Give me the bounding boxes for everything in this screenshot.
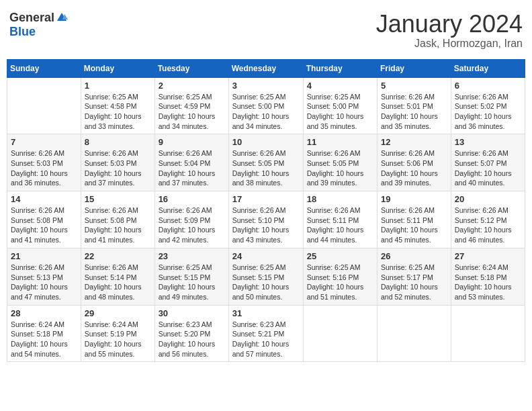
day-number: 21 (11, 251, 77, 261)
location-subtitle: Jask, Hormozgan, Iran (376, 38, 523, 50)
day-info: Sunrise: 6:25 AMSunset: 4:58 PMDaylight:… (85, 92, 151, 132)
logo-blue-text: Blue (9, 25, 36, 39)
day-number: 20 (455, 194, 521, 204)
day-info: Sunrise: 6:26 AMSunset: 5:01 PMDaylight:… (381, 92, 447, 132)
day-info: Sunrise: 6:24 AMSunset: 5:18 PMDaylight:… (11, 320, 77, 359)
day-info: Sunrise: 6:25 AMSunset: 5:00 PMDaylight:… (232, 92, 300, 132)
calendar-cell: 18Sunrise: 6:26 AMSunset: 5:11 PMDayligh… (303, 191, 377, 248)
calendar-cell: 22Sunrise: 6:26 AMSunset: 5:14 PMDayligh… (81, 248, 154, 305)
day-number: 16 (159, 194, 225, 204)
calendar-cell: 8Sunrise: 6:26 AMSunset: 5:03 PMDaylight… (81, 134, 154, 191)
day-header-thursday: Thursday (303, 59, 377, 77)
calendar-cell: 2Sunrise: 6:25 AMSunset: 4:59 PMDaylight… (154, 77, 228, 134)
calendar-week-row: 14Sunrise: 6:26 AMSunset: 5:08 PMDayligh… (7, 191, 525, 248)
title-area: January 2024 Jask, Hormozgan, Iran (376, 11, 523, 50)
logo-icon (56, 11, 68, 24)
calendar-week-row: 7Sunrise: 6:26 AMSunset: 5:03 PMDaylight… (7, 134, 525, 191)
logo-general-text: General (9, 11, 54, 25)
calendar-cell (378, 305, 451, 362)
day-info: Sunrise: 6:25 AMSunset: 5:15 PMDaylight:… (159, 263, 225, 302)
calendar-cell: 7Sunrise: 6:26 AMSunset: 5:03 PMDaylight… (7, 134, 81, 191)
calendar-cell: 21Sunrise: 6:26 AMSunset: 5:13 PMDayligh… (7, 248, 81, 305)
calendar-cell: 19Sunrise: 6:26 AMSunset: 5:11 PMDayligh… (378, 191, 451, 248)
day-info: Sunrise: 6:26 AMSunset: 5:08 PMDaylight:… (11, 205, 77, 245)
calendar-cell: 29Sunrise: 6:24 AMSunset: 5:19 PMDayligh… (81, 305, 154, 362)
day-number: 10 (232, 137, 300, 147)
calendar-cell: 16Sunrise: 6:26 AMSunset: 5:09 PMDayligh… (154, 191, 228, 248)
day-info: Sunrise: 6:26 AMSunset: 5:05 PMDaylight:… (232, 148, 300, 188)
day-info: Sunrise: 6:26 AMSunset: 5:02 PMDaylight:… (455, 92, 521, 132)
day-info: Sunrise: 6:24 AMSunset: 5:19 PMDaylight:… (85, 320, 151, 359)
calendar-cell: 14Sunrise: 6:26 AMSunset: 5:08 PMDayligh… (7, 191, 81, 248)
day-number: 5 (381, 81, 447, 91)
calendar-cell: 13Sunrise: 6:26 AMSunset: 5:07 PMDayligh… (451, 134, 525, 191)
day-number: 14 (11, 194, 77, 204)
day-info: Sunrise: 6:25 AMSunset: 4:59 PMDaylight:… (159, 92, 225, 132)
day-info: Sunrise: 6:25 AMSunset: 5:16 PMDaylight:… (307, 263, 373, 302)
calendar-cell (451, 305, 525, 362)
calendar-cell: 15Sunrise: 6:26 AMSunset: 5:08 PMDayligh… (81, 191, 154, 248)
day-info: Sunrise: 6:25 AMSunset: 5:17 PMDaylight:… (381, 263, 447, 302)
day-header-sunday: Sunday (7, 59, 81, 77)
day-number: 12 (381, 137, 447, 147)
calendar-cell: 28Sunrise: 6:24 AMSunset: 5:18 PMDayligh… (7, 305, 81, 362)
day-number: 13 (455, 137, 521, 147)
day-number: 29 (85, 308, 151, 318)
calendar-cell: 9Sunrise: 6:26 AMSunset: 5:04 PMDaylight… (154, 134, 228, 191)
day-info: Sunrise: 6:26 AMSunset: 5:14 PMDaylight:… (85, 263, 151, 302)
day-number: 27 (455, 251, 521, 261)
day-number: 3 (232, 81, 300, 91)
day-number: 26 (381, 251, 447, 261)
calendar-cell: 12Sunrise: 6:26 AMSunset: 5:06 PMDayligh… (378, 134, 451, 191)
calendar-cell: 31Sunrise: 6:23 AMSunset: 5:21 PMDayligh… (228, 305, 303, 362)
day-number: 28 (11, 308, 77, 318)
calendar-cell: 26Sunrise: 6:25 AMSunset: 5:17 PMDayligh… (378, 248, 451, 305)
calendar-cell: 30Sunrise: 6:23 AMSunset: 5:20 PMDayligh… (154, 305, 228, 362)
day-number: 11 (307, 137, 373, 147)
day-info: Sunrise: 6:26 AMSunset: 5:03 PMDaylight:… (85, 148, 151, 188)
calendar-week-row: 21Sunrise: 6:26 AMSunset: 5:13 PMDayligh… (7, 248, 525, 305)
day-number: 15 (85, 194, 151, 204)
day-info: Sunrise: 6:23 AMSunset: 5:20 PMDaylight:… (159, 320, 225, 359)
day-number: 17 (232, 194, 300, 204)
calendar-cell: 11Sunrise: 6:26 AMSunset: 5:05 PMDayligh… (303, 134, 377, 191)
calendar-cell: 10Sunrise: 6:26 AMSunset: 5:05 PMDayligh… (228, 134, 303, 191)
calendar-week-row: 1Sunrise: 6:25 AMSunset: 4:58 PMDaylight… (7, 77, 525, 134)
calendar-cell: 5Sunrise: 6:26 AMSunset: 5:01 PMDaylight… (378, 77, 451, 134)
day-number: 19 (381, 194, 447, 204)
day-info: Sunrise: 6:23 AMSunset: 5:21 PMDaylight:… (232, 320, 300, 359)
day-number: 24 (232, 251, 300, 261)
calendar-cell (7, 77, 81, 134)
day-number: 23 (159, 251, 225, 261)
calendar-cell: 20Sunrise: 6:26 AMSunset: 5:12 PMDayligh… (451, 191, 525, 248)
day-info: Sunrise: 6:26 AMSunset: 5:11 PMDaylight:… (307, 205, 373, 245)
day-number: 18 (307, 194, 373, 204)
calendar-cell: 4Sunrise: 6:25 AMSunset: 5:00 PMDaylight… (303, 77, 377, 134)
day-number: 7 (11, 137, 77, 147)
day-number: 1 (85, 81, 151, 91)
day-header-saturday: Saturday (451, 59, 525, 77)
calendar-table: SundayMondayTuesdayWednesdayThursdayFrid… (7, 59, 525, 363)
day-header-wednesday: Wednesday (228, 59, 303, 77)
day-number: 6 (455, 81, 521, 91)
calendar-cell: 25Sunrise: 6:25 AMSunset: 5:16 PMDayligh… (303, 248, 377, 305)
calendar-cell: 1Sunrise: 6:25 AMSunset: 4:58 PMDaylight… (81, 77, 154, 134)
day-number: 2 (159, 81, 225, 91)
day-number: 9 (159, 137, 225, 147)
logo: General Blue (9, 11, 68, 39)
calendar-cell (303, 305, 377, 362)
day-info: Sunrise: 6:25 AMSunset: 5:00 PMDaylight:… (307, 92, 373, 132)
day-info: Sunrise: 6:26 AMSunset: 5:04 PMDaylight:… (159, 148, 225, 188)
day-info: Sunrise: 6:26 AMSunset: 5:10 PMDaylight:… (232, 205, 300, 245)
calendar-week-row: 28Sunrise: 6:24 AMSunset: 5:18 PMDayligh… (7, 305, 525, 362)
day-info: Sunrise: 6:25 AMSunset: 5:15 PMDaylight:… (232, 263, 300, 302)
day-info: Sunrise: 6:26 AMSunset: 5:09 PMDaylight:… (159, 205, 225, 245)
calendar-cell: 6Sunrise: 6:26 AMSunset: 5:02 PMDaylight… (451, 77, 525, 134)
calendar-cell: 17Sunrise: 6:26 AMSunset: 5:10 PMDayligh… (228, 191, 303, 248)
day-header-monday: Monday (81, 59, 154, 77)
day-number: 25 (307, 251, 373, 261)
day-number: 31 (232, 308, 300, 318)
day-info: Sunrise: 6:26 AMSunset: 5:08 PMDaylight:… (85, 205, 151, 245)
day-info: Sunrise: 6:26 AMSunset: 5:06 PMDaylight:… (381, 148, 447, 188)
day-info: Sunrise: 6:26 AMSunset: 5:12 PMDaylight:… (455, 205, 521, 245)
